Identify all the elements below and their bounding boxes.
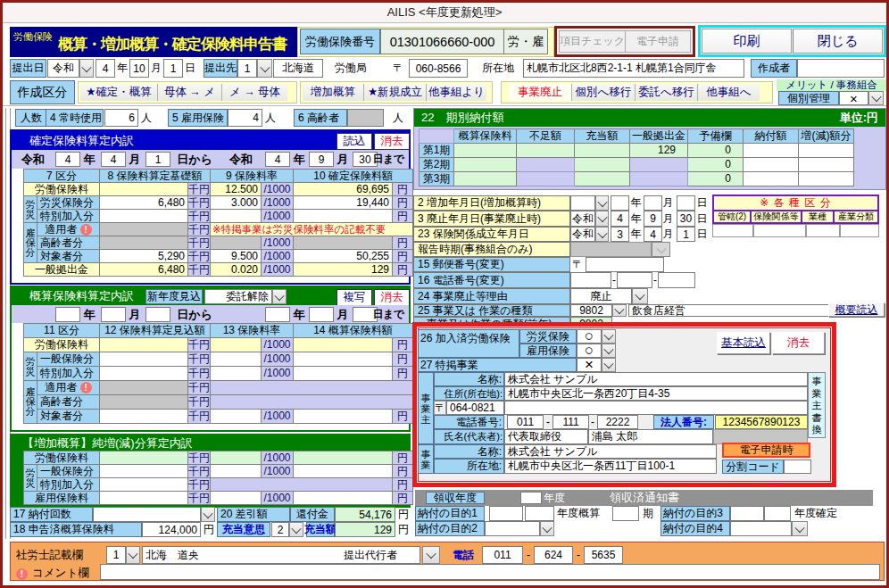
gaisan-to-year[interactable] xyxy=(265,307,290,322)
juto-ishi-field[interactable]: 2 xyxy=(271,522,289,537)
gaisan-r6-base[interactable] xyxy=(100,410,188,424)
zoka-r2-rate[interactable] xyxy=(211,465,262,478)
kihon-button[interactable]: 基本読込 xyxy=(717,332,770,354)
button-shinki-seiritsu[interactable]: ★新規成立 xyxy=(363,84,426,101)
button-zoka-gaisan[interactable]: 増加概算 xyxy=(303,84,363,101)
mokuteki2-dropdown[interactable] xyxy=(540,521,554,536)
button-kakutei-gaisan[interactable]: ★確定・概算 xyxy=(80,84,157,101)
seiritsu-date-era-field[interactable]: 令和 xyxy=(570,227,595,242)
kibetsu-r3-nofu[interactable] xyxy=(744,172,799,186)
kibetsu-r2-zogen[interactable] xyxy=(799,158,854,172)
mokuteki1-ki-field[interactable] xyxy=(612,506,639,521)
kakutei-r6-amount[interactable]: 50,255 xyxy=(294,250,393,263)
submit-dest-field[interactable]: 1 xyxy=(237,59,257,78)
riyu-dropdown[interactable] xyxy=(632,288,648,304)
zoka-r3-base[interactable] xyxy=(100,478,188,492)
itaku-kaijo-field[interactable]: 委託解除 xyxy=(204,289,272,304)
kibetsu-r1-yobi[interactable]: 0 xyxy=(688,144,744,158)
kibetsu-r3-gaisan[interactable] xyxy=(454,172,517,186)
kakutei-r6-rate[interactable]: 9.500 xyxy=(211,250,262,263)
e-apply-button[interactable]: 電子申請 xyxy=(626,30,691,53)
gaisan-to-month[interactable] xyxy=(309,307,334,322)
kakutei-r1-rate[interactable]: 12.500 xyxy=(211,183,262,196)
kibetsu-r1-gaisan[interactable] xyxy=(454,144,517,158)
kibetsu-r1-kyoshutsu[interactable]: 129 xyxy=(630,144,688,158)
kakikae-button[interactable]: 事 業 主 書 換 xyxy=(808,372,826,438)
hoken-no-field[interactable]: 01301066660-000 xyxy=(380,29,504,54)
kanri-dropdown[interactable] xyxy=(868,91,884,105)
joji-field[interactable]: 6 xyxy=(104,109,138,127)
gaisan-r2-amount[interactable] xyxy=(294,352,393,367)
button-tajikumi-e[interactable]: 他事組へ xyxy=(697,84,760,101)
itaku-kaijo-dropdown[interactable] xyxy=(272,289,287,304)
haishi-date-era-dropdown[interactable] xyxy=(595,211,609,227)
kakutei-r2-rate[interactable]: 3.000 xyxy=(211,196,262,210)
kibetsu-r2-nofu[interactable] xyxy=(744,158,799,172)
kakutei-r2-base[interactable]: 6,480 xyxy=(100,196,188,210)
zoka-r4-base[interactable] xyxy=(100,492,188,505)
bunkatsu-field[interactable] xyxy=(784,460,811,474)
kakutei-from-month[interactable]: 4 xyxy=(101,152,126,167)
button-botai-to-me[interactable]: 母体 → メ xyxy=(157,84,221,101)
haishi-date-day-field[interactable]: 30 xyxy=(677,211,695,227)
seiritsu-date-year-field[interactable]: 3 xyxy=(611,227,629,242)
mokuteki1-field-1[interactable] xyxy=(489,506,523,521)
author-field[interactable] xyxy=(797,59,885,78)
seiritsu-date-day-field[interactable]: 1 xyxy=(677,227,695,242)
kakutei-r6-base[interactable]: 5,290 xyxy=(100,250,188,263)
owner-rep-field[interactable]: 浦島 太郎 xyxy=(588,429,713,444)
kakushu-cell-kankatsu[interactable] xyxy=(712,224,753,237)
rosai-dropdown[interactable] xyxy=(602,329,616,344)
denwa-field-3[interactable] xyxy=(658,272,695,288)
kakutei-clear-button[interactable]: 消去 xyxy=(374,133,410,150)
submit-era-field[interactable]: 令和 xyxy=(47,59,79,78)
juto-ishi-dropdown[interactable] xyxy=(289,522,303,537)
tel-field-1[interactable]: 011 xyxy=(482,546,523,564)
tel-field-2[interactable]: 624 xyxy=(534,546,573,564)
sharoshi-name-field[interactable]: 北海 道央提出代行者 xyxy=(142,546,420,564)
tokkei-dropdown[interactable] xyxy=(602,358,616,372)
tel-field-3[interactable]: 5635 xyxy=(584,546,623,564)
mokuteki3-field-1[interactable] xyxy=(730,506,764,521)
yubin-field[interactable] xyxy=(586,257,664,272)
daiko-dropdown[interactable] xyxy=(422,546,440,564)
submit-dest-dropdown[interactable] xyxy=(257,59,272,78)
seiritsu-date-era-dropdown[interactable] xyxy=(595,227,609,242)
kakutei-r1-amount[interactable]: 69,695 xyxy=(294,183,393,196)
juto-field[interactable]: 129 xyxy=(335,522,395,537)
hojin-field[interactable]: 1234567890123 xyxy=(715,415,808,429)
jigyonushi-clear-button[interactable]: 消去 xyxy=(772,332,825,354)
kakutei-to-month[interactable]: 9 xyxy=(309,152,334,167)
koyo-field[interactable]: 4 xyxy=(228,109,262,127)
kakutei-from-day[interactable]: 1 xyxy=(145,152,170,167)
close-button[interactable]: 閉じる xyxy=(793,29,883,54)
item-check-button[interactable]: 項目チェック xyxy=(559,30,626,53)
jigyo-addr-field[interactable]: 札幌市中央区北一条西11丁目100-1 xyxy=(504,459,717,474)
seiritsu-date-month-field[interactable]: 4 xyxy=(644,227,662,242)
korei-field[interactable] xyxy=(347,109,384,127)
owner-name-field[interactable]: 株式会社 サンプル xyxy=(504,372,808,386)
zoka-r1-amount[interactable] xyxy=(294,451,393,465)
gaisan-clear-button[interactable]: 消去 xyxy=(374,289,410,306)
button-jigyo-haishi[interactable]: 事業廃止 xyxy=(509,84,571,101)
denshi-shinsei-button[interactable]: 電子申請時 xyxy=(722,443,810,458)
jigyo-name-field[interactable]: 株式会社 サンプル xyxy=(504,444,717,459)
mokuteki4-field[interactable] xyxy=(730,521,792,536)
kibetsu-r2-yobi[interactable]: 0 xyxy=(688,158,744,172)
gaisan-r3-amount[interactable] xyxy=(294,367,393,381)
owner-postal-field-2[interactable] xyxy=(504,401,808,415)
kakutei-r7-rate[interactable]: 0.020 xyxy=(211,263,262,277)
haishi-date-month-field[interactable]: 9 xyxy=(644,211,662,227)
kakutei-r3-rate[interactable] xyxy=(211,210,262,223)
kibetsu-r2-juto[interactable] xyxy=(575,158,630,172)
gaisan-from-day[interactable] xyxy=(145,307,170,322)
mokuteki3-field-2[interactable] xyxy=(764,506,791,521)
kibetsu-r2-gaisan[interactable] xyxy=(454,158,517,172)
kakutei-r1-base[interactable] xyxy=(100,183,188,196)
kanri-value-field[interactable]: × xyxy=(839,91,868,105)
zoka-date-era-dropdown[interactable] xyxy=(595,195,609,211)
kibetsu-r3-yobi[interactable]: 0 xyxy=(688,172,744,186)
haishi-date-era-field[interactable]: 令和 xyxy=(570,211,595,227)
zoka-date-era-field[interactable] xyxy=(570,195,595,211)
print-button[interactable]: 印刷 xyxy=(702,29,792,54)
